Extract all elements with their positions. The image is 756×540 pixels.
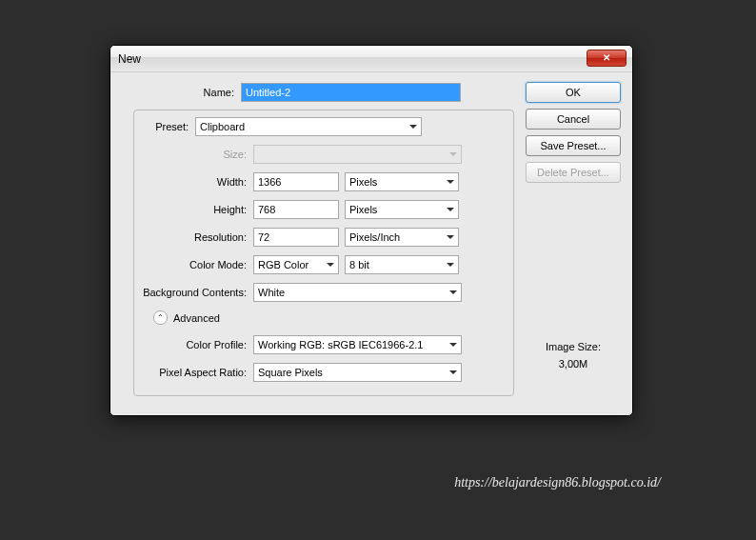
ok-button[interactable]: OK xyxy=(526,82,621,103)
color-mode-label: Color Mode: xyxy=(134,259,253,270)
chevron-down-icon xyxy=(327,263,334,267)
chevron-down-icon xyxy=(447,180,454,184)
dialog-body: Name: Preset: Clipboard Size: xyxy=(110,72,632,415)
close-button[interactable]: ✕ xyxy=(587,50,627,67)
image-size-label: Image Size: xyxy=(526,341,621,352)
size-label: Size: xyxy=(134,149,253,160)
color-profile-combo[interactable]: Working RGB: sRGB IEC61966-2.1 xyxy=(253,335,462,354)
chevron-down-icon xyxy=(447,235,454,239)
preset-value: Clipboard xyxy=(200,121,245,132)
height-unit-combo[interactable]: Pixels xyxy=(345,200,459,219)
name-label: Name: xyxy=(122,87,241,98)
bg-contents-label: Background Contents: xyxy=(134,287,253,298)
preset-fieldset: Preset: Clipboard Size: Width: xyxy=(133,110,514,396)
height-input[interactable] xyxy=(253,200,339,219)
new-document-dialog: New ✕ Name: Preset: Clipboard Size: xyxy=(109,45,633,416)
close-icon: ✕ xyxy=(603,52,610,63)
bg-contents-combo[interactable]: White xyxy=(253,283,462,302)
pixel-aspect-label: Pixel Aspect Ratio: xyxy=(134,367,253,378)
chevron-down-icon xyxy=(447,208,454,211)
image-size-value: 3,00M xyxy=(526,358,621,370)
cancel-button[interactable]: Cancel xyxy=(526,109,621,130)
advanced-toggle[interactable]: ⌃ Advanced xyxy=(153,310,507,325)
right-panel: OK Cancel Save Preset... Delete Preset..… xyxy=(514,82,621,396)
chevron-down-icon xyxy=(449,290,457,294)
width-unit-combo[interactable]: Pixels xyxy=(345,172,459,191)
chevron-down-icon xyxy=(449,152,457,156)
chevron-down-icon xyxy=(409,125,417,129)
chevron-down-icon xyxy=(449,343,457,347)
pixel-aspect-combo[interactable]: Square Pixels xyxy=(253,363,462,382)
dialog-title: New xyxy=(118,52,587,66)
bit-depth-combo[interactable]: 8 bit xyxy=(345,255,459,274)
form-left: Name: Preset: Clipboard Size: xyxy=(122,82,514,396)
chevron-down-icon xyxy=(449,370,457,374)
width-input[interactable] xyxy=(253,172,339,191)
resolution-unit-combo[interactable]: Pixels/Inch xyxy=(345,228,459,247)
color-mode-combo[interactable]: RGB Color xyxy=(253,255,339,274)
name-input[interactable] xyxy=(241,83,461,102)
save-preset-button[interactable]: Save Preset... xyxy=(526,135,621,156)
chevron-up-icon: ⌃ xyxy=(153,310,168,325)
chevron-down-icon xyxy=(447,263,454,267)
resolution-input[interactable] xyxy=(253,228,339,247)
watermark-url: https://belajardesign86.blogspot.co.id/ xyxy=(454,475,661,490)
width-label: Width: xyxy=(134,176,253,188)
title-bar[interactable]: New ✕ xyxy=(110,46,632,72)
delete-preset-button: Delete Preset... xyxy=(526,162,621,183)
size-combo xyxy=(253,145,462,164)
color-profile-label: Color Profile: xyxy=(134,339,253,350)
advanced-label: Advanced xyxy=(173,312,220,324)
resolution-label: Resolution: xyxy=(134,231,253,243)
preset-combo[interactable]: Clipboard xyxy=(195,117,422,136)
height-label: Height: xyxy=(134,204,253,215)
preset-label: Preset: xyxy=(134,121,195,132)
